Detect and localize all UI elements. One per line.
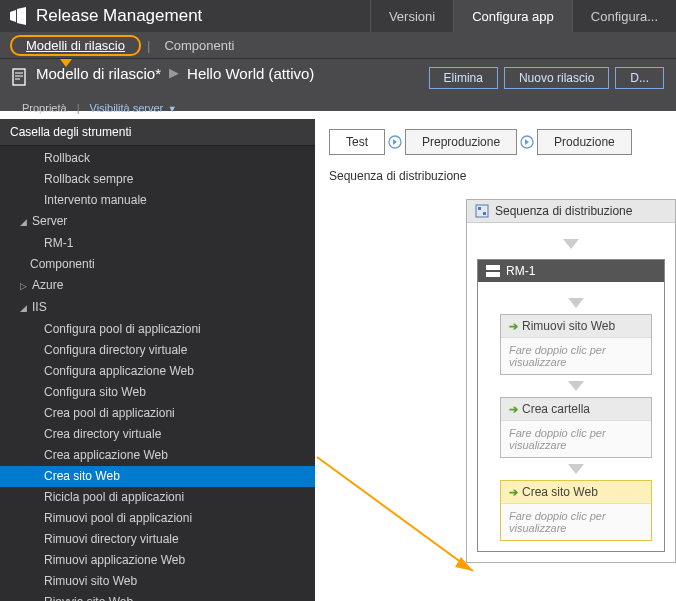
- stage-test[interactable]: Test: [329, 129, 385, 155]
- title-bar: Release Management Versioni Configura ap…: [0, 0, 676, 32]
- subnav-modelli[interactable]: Modelli di rilascio: [18, 36, 133, 55]
- action-arrow-icon: ➔: [509, 486, 518, 499]
- action-box[interactable]: ➔Crea cartellaFare doppio clic per visua…: [500, 397, 652, 458]
- tree-item[interactable]: Ricicla pool di applicazioni: [0, 487, 315, 508]
- chevron-down-icon: ▼: [165, 104, 176, 114]
- stage-arrow-icon: [519, 134, 535, 150]
- tree-item[interactable]: Crea pool di applicazioni: [0, 403, 315, 424]
- sequence-label: Sequenza di distribuzione: [315, 165, 676, 187]
- annotation-pointer-icon: [60, 59, 72, 67]
- breadcrumb-subtitle: Hello World (attivo): [187, 65, 314, 82]
- action-arrow-icon: ➔: [509, 320, 518, 333]
- flow-diagram: Sequenza di distribuzione RM-1 ➔Rimuovi …: [466, 199, 676, 601]
- action-box[interactable]: ➔Crea sito WebFare doppio clic per visua…: [500, 480, 652, 541]
- tab-configura-app[interactable]: Configura app: [453, 0, 572, 32]
- flow-arrow-icon: [500, 292, 652, 314]
- new-release-button[interactable]: Nuovo rilascio: [504, 67, 609, 89]
- stage-bar: Test Preproduzione Produzione: [315, 119, 676, 165]
- tree-item[interactable]: RM-1: [0, 233, 315, 254]
- app-logo-icon: [8, 6, 28, 26]
- tree-item[interactable]: Rimuovi sito Web: [0, 571, 315, 592]
- tab-versioni[interactable]: Versioni: [370, 0, 453, 32]
- highlight-annotation: Modelli di rilascio: [10, 35, 141, 56]
- tree-item[interactable]: Rimuovi directory virtuale: [0, 529, 315, 550]
- stage-arrow-icon: [387, 134, 403, 150]
- sequence-icon: [475, 204, 489, 218]
- tree-group[interactable]: ▷Azure: [0, 275, 315, 297]
- tree-item[interactable]: Rimuovi pool di applicazioni: [0, 508, 315, 529]
- svg-rect-3: [476, 205, 488, 217]
- action-box[interactable]: ➔Rimuovi sito WebFare doppio clic per vi…: [500, 314, 652, 375]
- delete-button[interactable]: Elimina: [429, 67, 498, 89]
- subnav-componenti[interactable]: Componenti: [156, 36, 242, 55]
- flow-arrow-icon: [477, 233, 665, 255]
- tree-item[interactable]: Configura directory virtuale: [0, 340, 315, 361]
- tree-item[interactable]: Crea sito Web: [0, 466, 315, 487]
- tree-item[interactable]: Intervento manuale: [0, 190, 315, 211]
- tree-item[interactable]: Configura pool di applicazioni: [0, 319, 315, 340]
- more-button[interactable]: D...: [615, 67, 664, 89]
- tree-item[interactable]: Configura sito Web: [0, 382, 315, 403]
- properties-link[interactable]: Proprietà: [22, 102, 67, 114]
- breadcrumb-arrow-icon: ▶: [169, 65, 179, 80]
- flow-container[interactable]: Sequenza di distribuzione RM-1 ➔Rimuovi …: [466, 199, 676, 563]
- tree-group[interactable]: Componenti: [0, 254, 315, 275]
- toolbox-panel: Casella degli strumenti RollbackRollback…: [0, 119, 315, 601]
- toolbox-title: Casella degli strumenti: [0, 119, 315, 146]
- sub-header: Proprietà | Visibilità server ▼: [22, 102, 177, 114]
- server-icon: [486, 265, 500, 277]
- sub-nav: Modelli di rilascio | Componenti: [0, 32, 676, 59]
- svg-rect-4: [478, 207, 481, 210]
- app-title: Release Management: [36, 6, 202, 26]
- server-box[interactable]: RM-1 ➔Rimuovi sito WebFare doppio clic p…: [477, 259, 665, 552]
- flow-arrow-icon: [500, 458, 652, 480]
- document-icon: [12, 68, 30, 86]
- tree-item[interactable]: Crea directory virtuale: [0, 424, 315, 445]
- svg-line-6: [317, 457, 473, 571]
- tree-item[interactable]: Rollback: [0, 148, 315, 169]
- stage-preprod[interactable]: Preproduzione: [405, 129, 517, 155]
- svg-rect-5: [483, 212, 486, 215]
- top-tabs: Versioni Configura app Configura...: [370, 0, 676, 32]
- action-arrow-icon: ➔: [509, 403, 518, 416]
- stage-prod[interactable]: Produzione: [537, 129, 632, 155]
- breadcrumb-title: Modello di rilascio*: [36, 65, 161, 82]
- tree-item[interactable]: Crea applicazione Web: [0, 445, 315, 466]
- toolbox-tree: RollbackRollback sempreIntervento manual…: [0, 146, 315, 601]
- svg-rect-0: [13, 69, 25, 85]
- tree-item[interactable]: Configura applicazione Web: [0, 361, 315, 382]
- tree-item[interactable]: Riavvia sito Web: [0, 592, 315, 601]
- tree-item[interactable]: Rollback sempre: [0, 169, 315, 190]
- tree-item[interactable]: Rimuovi applicazione Web: [0, 550, 315, 571]
- visibility-dropdown[interactable]: Visibilità server ▼: [90, 102, 177, 114]
- tree-group[interactable]: ◢IIS: [0, 297, 315, 319]
- flow-arrow-icon: [500, 375, 652, 397]
- tab-configura[interactable]: Configura...: [572, 0, 676, 32]
- design-canvas: Test Preproduzione Produzione Sequenza d…: [315, 119, 676, 601]
- tree-group[interactable]: ◢Server: [0, 211, 315, 233]
